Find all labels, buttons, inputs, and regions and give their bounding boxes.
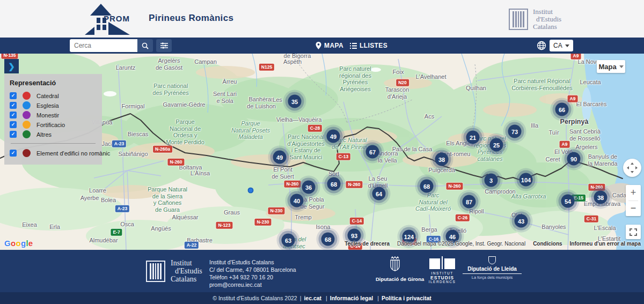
google-logo[interactable]: Google xyxy=(4,239,33,248)
lleida-tagline: La força dels municipis xyxy=(463,275,522,280)
zoom-in-button[interactable]: + xyxy=(626,185,641,201)
separator: | xyxy=(326,295,327,301)
cluster-marker[interactable]: 38 xyxy=(435,153,449,166)
pan-arrows-icon xyxy=(623,159,641,177)
legend-item: Esglesia xyxy=(10,101,97,110)
bottom-link-group: |Informació legal xyxy=(323,295,373,301)
map-pin-icon xyxy=(316,42,321,49)
footer-lleida-logo[interactable]: Diputació de Lleida La força dels munici… xyxy=(463,256,522,280)
legend-item-label: Monestir xyxy=(36,112,59,118)
navbar: MAPA LLISTES CA xyxy=(0,38,644,54)
footer-link[interactable]: Informació legal xyxy=(330,295,374,301)
separator: | xyxy=(300,295,302,301)
tab-llistes[interactable]: LLISTES xyxy=(350,38,387,54)
checkbox-checked-icon[interactable] xyxy=(10,102,17,109)
cluster-marker[interactable]: 43 xyxy=(515,214,528,228)
chevron-right-icon: ❯ xyxy=(8,62,15,71)
language-value: CA xyxy=(553,42,562,49)
cluster-marker[interactable]: 90 xyxy=(567,152,581,166)
page-title: Pirineus Romànics xyxy=(149,13,233,24)
tab-mapa[interactable]: MAPA xyxy=(316,38,343,54)
copyright-text: © Institut d'Estudis Catalans 2022 xyxy=(213,295,297,301)
sliders-icon xyxy=(160,42,168,49)
bottom-link-group: |iec.cat xyxy=(297,295,321,301)
ilerdencs-icon xyxy=(427,256,457,269)
search-group xyxy=(70,39,153,52)
list-icon xyxy=(350,43,357,49)
legend-item: Monestir xyxy=(10,110,97,120)
cluster-marker[interactable]: 21 xyxy=(466,131,480,144)
footer-iec-line: Catalans xyxy=(171,275,202,283)
checkbox-checked-icon[interactable] xyxy=(10,92,17,99)
cluster-marker[interactable]: 68 xyxy=(420,180,434,193)
map-type-button[interactable]: Mapa xyxy=(597,60,625,73)
iec-logo[interactable]: Institutd'EstudisCatalans xyxy=(509,8,561,31)
report-error-link[interactable]: Informeu d'un error al mapa xyxy=(570,241,641,247)
cluster-marker[interactable]: 36 xyxy=(302,181,316,194)
legend-item-label: Altres xyxy=(36,131,52,138)
zoom-out-button[interactable]: − xyxy=(626,201,641,217)
fullscreen-button[interactable] xyxy=(626,225,641,239)
footer-link[interactable]: iec.cat xyxy=(304,295,321,301)
zoom-controls: + − xyxy=(626,185,641,216)
category-color-dot xyxy=(23,101,31,109)
cluster-marker[interactable]: 49 xyxy=(327,130,340,143)
legend-item-label: Catedral xyxy=(36,93,59,99)
footer-address-line: prom@correu.iec.cat xyxy=(209,281,296,288)
cluster-marker[interactable]: 40 xyxy=(290,194,304,207)
header: PROM Pirineus Romànics Institutd'Estudis… xyxy=(0,0,644,38)
globe-icon xyxy=(537,41,546,50)
cluster-marker[interactable]: 87 xyxy=(463,195,476,209)
cluster-marker[interactable]: 64 xyxy=(372,187,386,201)
footer-girona-logo[interactable]: Diputació de Girona xyxy=(376,255,414,282)
legend-item: Catedral xyxy=(10,91,97,100)
legend-item: Fortificacio xyxy=(10,120,97,129)
attribution-links: Tecles de drecera Dades del mapa ©2025 G… xyxy=(345,241,641,247)
footer-link[interactable]: Política i privacitat xyxy=(382,295,431,301)
legend-item-label: Element d'edifici no romànic xyxy=(36,150,110,157)
pan-control[interactable] xyxy=(623,159,641,177)
checkbox-checked-icon[interactable] xyxy=(10,121,17,128)
iec-logo-line: Institut xyxy=(533,8,561,16)
checkbox-checked-icon[interactable] xyxy=(10,150,17,157)
chevron-down-icon xyxy=(619,65,624,68)
cluster-marker[interactable]: 93 xyxy=(348,229,361,242)
cluster-marker[interactable]: 25 xyxy=(490,138,503,152)
category-color-dot xyxy=(23,149,31,157)
cluster-marker[interactable]: 38 xyxy=(594,191,608,204)
girona-label: Diputació de Girona xyxy=(376,276,414,282)
cluster-marker[interactable]: 67 xyxy=(366,145,379,159)
cluster-marker[interactable]: 54 xyxy=(561,195,575,208)
footer-ilerdencs-logo[interactable]: INSTITUT ESTUDIS ILERDENCS xyxy=(427,256,457,284)
cluster-marker[interactable]: 104 xyxy=(519,173,533,187)
iec-logo-line: d'Estudis xyxy=(533,16,561,23)
cluster-marker[interactable]: 73 xyxy=(508,125,522,138)
search-button[interactable] xyxy=(137,39,153,52)
category-color-dot xyxy=(23,111,31,119)
legend-extra-items: Element d'edifici no romànic xyxy=(10,149,97,158)
iec-seal-icon xyxy=(146,261,165,282)
legend-title: Representació xyxy=(10,79,97,87)
google-logo-letter: o xyxy=(16,239,20,248)
cluster-marker[interactable]: 35 xyxy=(288,95,302,108)
cluster-marker[interactable]: 68 xyxy=(327,177,341,191)
keyboard-shortcuts-link[interactable]: Tecles de drecera xyxy=(345,241,390,247)
language-globe-button[interactable] xyxy=(537,41,546,50)
footer-iec-logo[interactable]: Institutd'EstudisCatalans xyxy=(146,259,202,283)
church-marker[interactable] xyxy=(248,188,254,194)
checkbox-checked-icon[interactable] xyxy=(10,131,17,138)
language-select[interactable]: CA xyxy=(550,40,573,51)
search-icon xyxy=(142,42,149,49)
footer-address: Institut d'Estudis CatalansC/ del Carme,… xyxy=(209,258,296,288)
search-input[interactable] xyxy=(70,39,137,52)
filter-button[interactable] xyxy=(156,39,172,52)
fullscreen-icon xyxy=(630,228,637,236)
category-color-dot xyxy=(23,121,31,129)
cluster-marker[interactable]: 66 xyxy=(555,103,569,116)
terms-link[interactable]: Condicions xyxy=(533,241,562,247)
legend-collapse-button[interactable]: ❯ xyxy=(4,59,19,73)
checkbox-checked-icon[interactable] xyxy=(10,112,17,118)
legend-divider xyxy=(11,143,96,144)
cluster-marker[interactable]: 49 xyxy=(273,151,287,164)
cluster-marker[interactable]: 3 xyxy=(485,174,498,187)
